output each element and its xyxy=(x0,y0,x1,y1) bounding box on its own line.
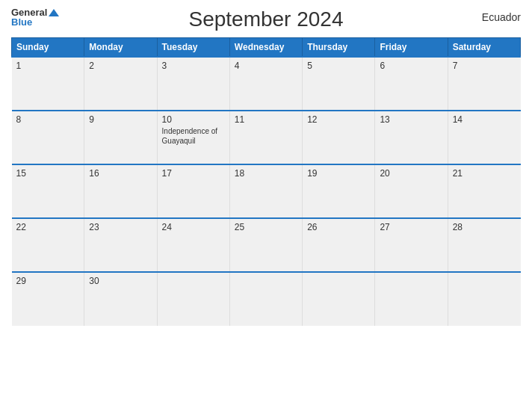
calendar-day-cell: 2 xyxy=(84,57,157,111)
day-number: 26 xyxy=(307,222,370,232)
calendar-header: General Blue September 2024 Ecuador xyxy=(11,7,521,31)
calendar-day-cell: 26 xyxy=(303,218,375,272)
day-number: 1 xyxy=(16,61,80,71)
day-number: 24 xyxy=(162,222,225,232)
calendar-week-row: 1234567 xyxy=(12,57,521,111)
calendar-day-cell: 18 xyxy=(229,164,302,218)
calendar-day-cell: 25 xyxy=(229,218,302,272)
calendar-day-cell xyxy=(375,272,448,326)
calendar-day-cell xyxy=(448,272,520,326)
calendar-day-cell: 6 xyxy=(375,57,448,111)
calendar-day-cell: 13 xyxy=(375,111,448,164)
calendar-day-cell xyxy=(303,272,375,326)
day-number: 23 xyxy=(89,222,152,232)
day-number: 12 xyxy=(307,114,370,125)
day-number: 8 xyxy=(16,114,80,125)
calendar-day-cell: 7 xyxy=(448,57,520,111)
calendar-day-cell: 20 xyxy=(375,164,448,218)
calendar-day-cell: 15 xyxy=(12,164,84,218)
calendar-day-cell: 12 xyxy=(303,111,375,164)
calendar-title: September 2024 xyxy=(188,7,343,31)
header-tuesday: Tuesday xyxy=(157,38,229,58)
calendar-week-row: 8910Independence of Guayaquil11121314 xyxy=(12,111,521,164)
calendar-day-cell: 1 xyxy=(12,57,84,111)
day-number: 25 xyxy=(235,222,297,232)
day-number: 6 xyxy=(380,61,442,71)
day-number: 11 xyxy=(235,114,297,125)
day-number: 21 xyxy=(453,168,516,179)
day-number: 16 xyxy=(89,168,152,179)
day-number: 20 xyxy=(380,168,442,179)
logo: General Blue xyxy=(11,7,59,27)
day-number: 9 xyxy=(89,114,152,125)
day-number: 22 xyxy=(16,222,80,232)
country-label: Ecuador xyxy=(482,11,521,23)
calendar-day-cell: 9 xyxy=(84,111,157,164)
day-number: 14 xyxy=(453,114,516,125)
calendar-day-cell: 23 xyxy=(84,218,157,272)
event-text: Independence of Guayaquil xyxy=(162,126,225,146)
weekday-header-row: Sunday Monday Tuesday Wednesday Thursday… xyxy=(12,38,521,58)
logo-blue-text: Blue xyxy=(11,17,59,27)
calendar-day-cell: 17 xyxy=(157,164,229,218)
header-friday: Friday xyxy=(375,38,448,58)
calendar-day-cell: 29 xyxy=(12,272,84,326)
header-saturday: Saturday xyxy=(448,38,520,58)
calendar-day-cell: 8 xyxy=(12,111,84,164)
day-number: 10 xyxy=(162,114,225,125)
day-number: 3 xyxy=(162,61,225,71)
day-number: 28 xyxy=(453,222,516,232)
calendar-day-cell: 5 xyxy=(303,57,375,111)
day-number: 30 xyxy=(89,276,152,286)
header-sunday: Sunday xyxy=(12,38,84,58)
day-number: 4 xyxy=(235,61,297,71)
calendar-week-row: 2930 xyxy=(12,272,521,326)
calendar-day-cell: 24 xyxy=(157,218,229,272)
day-number: 2 xyxy=(89,61,152,71)
calendar-day-cell: 28 xyxy=(448,218,520,272)
header-thursday: Thursday xyxy=(303,38,375,58)
day-number: 7 xyxy=(453,61,516,71)
header-monday: Monday xyxy=(84,38,157,58)
calendar-day-cell: 19 xyxy=(303,164,375,218)
calendar-day-cell: 14 xyxy=(448,111,520,164)
day-number: 18 xyxy=(235,168,297,179)
logo-triangle-icon xyxy=(49,9,59,16)
header-wednesday: Wednesday xyxy=(229,38,302,58)
calendar-day-cell: 3 xyxy=(157,57,229,111)
calendar-day-cell: 10Independence of Guayaquil xyxy=(157,111,229,164)
calendar-week-row: 15161718192021 xyxy=(12,164,521,218)
calendar-day-cell: 27 xyxy=(375,218,448,272)
calendar-day-cell xyxy=(229,272,302,326)
day-number: 29 xyxy=(16,276,80,286)
calendar-day-cell xyxy=(157,272,229,326)
calendar-day-cell: 11 xyxy=(229,111,302,164)
calendar-day-cell: 22 xyxy=(12,218,84,272)
day-number: 15 xyxy=(16,168,80,179)
calendar-day-cell: 16 xyxy=(84,164,157,218)
day-number: 19 xyxy=(307,168,370,179)
calendar-day-cell: 30 xyxy=(84,272,157,326)
day-number: 13 xyxy=(380,114,442,125)
calendar-table: Sunday Monday Tuesday Wednesday Thursday… xyxy=(11,37,521,326)
calendar-day-cell: 4 xyxy=(229,57,302,111)
day-number: 27 xyxy=(380,222,442,232)
day-number: 17 xyxy=(162,168,225,179)
calendar-day-cell: 21 xyxy=(448,164,520,218)
day-number: 5 xyxy=(307,61,370,71)
calendar-container: General Blue September 2024 Ecuador Sund… xyxy=(0,0,532,411)
calendar-week-row: 22232425262728 xyxy=(12,218,521,272)
